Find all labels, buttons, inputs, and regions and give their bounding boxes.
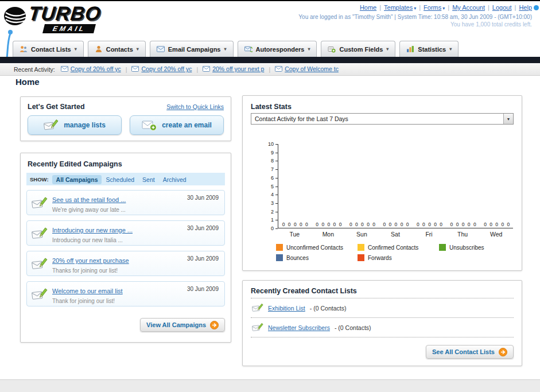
recent-activity-link[interactable]: 20% off your next p — [212, 65, 264, 72]
y-axis-tick-label: 2 — [262, 209, 274, 215]
campaign-texts: See us at the retail food ...We're givin… — [52, 194, 126, 213]
tab-label: Contact Lists — [31, 46, 71, 53]
legend-label: Forwards — [368, 255, 392, 261]
recent-activity-item: Copy of 20% off yc — [61, 65, 121, 72]
y-axis-tick-label: 0 — [262, 226, 274, 231]
envelope-pencil-icon — [44, 119, 59, 131]
stats-period-select[interactable]: Contact Activity for the Last 7 Days ▼ — [251, 113, 514, 125]
top-nav-link-forms[interactable]: Forms — [424, 4, 441, 11]
contact-list-link[interactable]: Newsletter Subscribers — [268, 324, 330, 331]
contacts-icon — [95, 45, 103, 53]
nav-separator: | — [448, 4, 449, 11]
contact-list-link[interactable]: Exhibition List — [268, 305, 305, 312]
campaign-subtitle: Thanks for joining our list! — [52, 267, 129, 274]
create-email-button[interactable]: create an email — [130, 115, 224, 135]
legend-item: Confirmed Contacts — [358, 244, 439, 251]
switch-quick-links-link[interactable]: Switch to Quick Links — [166, 103, 224, 110]
campaign-texts: Introducing our new range ...Introducing… — [52, 224, 133, 243]
value-labels: 0 0 0 0 0 — [312, 222, 346, 227]
tab-label: Custom Fields — [339, 46, 383, 53]
get-started-title: Let's Get Started — [28, 103, 85, 111]
campaign-date: 30 Jun 2009 — [187, 225, 219, 231]
campaign-row: Introducing our new range ...Introducing… — [26, 220, 225, 246]
campaign-date: 30 Jun 2009 — [187, 255, 219, 262]
logo-primary-text: TURBO — [28, 2, 102, 25]
envelope-icon — [131, 66, 139, 72]
top-nav-link-templates[interactable]: Templates — [384, 4, 413, 11]
credits-info: You have 1,000 total credits left. — [450, 21, 532, 28]
legend-swatch — [439, 244, 446, 251]
chart-legend: Unconfirmed ContactsConfirmed ContactsUn… — [276, 244, 523, 265]
activity-separator: | — [196, 66, 198, 73]
envelope-pencil-icon — [252, 303, 263, 313]
x-axis-tick-label: Sat — [379, 231, 413, 238]
campaign-texts: 20% off your next purchaseThanks for joi… — [52, 255, 129, 274]
campaign-title-link[interactable]: See us at the retail food ... — [52, 196, 126, 203]
tab-statistics[interactable]: Statistics▾ — [399, 41, 459, 57]
recent-activity-link[interactable]: Copy of 20% off yc — [141, 65, 192, 72]
x-axis-tick-label: Mon — [312, 231, 345, 238]
top-nav-link-logout[interactable]: Logout — [492, 4, 512, 11]
recent-activity-item: 20% off your next p — [203, 65, 264, 72]
chevron-down-icon: ▾ — [442, 6, 445, 11]
filter-tab-all-campaigns[interactable]: All Campaigns — [52, 175, 102, 184]
create-email-label: create an email — [162, 121, 212, 129]
tab-custom-fields[interactable]: Custom Fields▾ — [321, 41, 395, 57]
y-axis-tick-label: 3 — [262, 200, 274, 206]
campaign-row: See us at the retail food ...We're givin… — [26, 190, 225, 215]
filter-tab-sent[interactable]: Sent — [138, 175, 159, 184]
legend-item: Bounces — [276, 254, 358, 261]
chevron-down-icon: ▾ — [449, 46, 452, 52]
campaign-title-link[interactable]: 20% off your next purchase — [52, 257, 129, 264]
legend-item: Forwards — [358, 254, 439, 261]
contact-list-row: Exhibition List- (0 Contacts) — [251, 298, 514, 318]
login-info: You are logged in as "Timothy Smith" | S… — [298, 14, 532, 20]
top-nav-link-home[interactable]: Home — [360, 4, 376, 11]
envelope-pencil-icon — [32, 196, 48, 210]
top-nav-link-help[interactable]: Help — [519, 4, 532, 11]
logo[interactable]: TURBO EMAIL — [3, 3, 158, 38]
y-axis-tick-label: 8 — [262, 158, 274, 164]
recently-edited-campaigns-panel: Recently Edited Campaigns SHOW: All Camp… — [20, 153, 231, 343]
chevron-down-icon: ▾ — [75, 46, 77, 52]
recent-activity-link[interactable]: Copy of Welcome tc — [285, 65, 339, 72]
view-all-campaigns-button[interactable]: View All Campaigns — [140, 318, 225, 332]
tab-autoresponders[interactable]: Autoresponders▾ — [238, 41, 317, 57]
tab-contacts[interactable]: Contacts▾ — [88, 41, 146, 57]
chevron-down-icon: ▾ — [386, 46, 389, 52]
manage-lists-label: manage lists — [64, 121, 106, 129]
envelope-icon — [61, 66, 68, 72]
tab-label: Email Campaigns — [168, 46, 221, 53]
custom-fields-icon — [328, 45, 336, 53]
contact-activity-chart: 0123456789100 0 0 0 00 0 0 0 00 0 0 0 00… — [262, 144, 517, 242]
legend-label: Unconfirmed Contacts — [286, 244, 343, 251]
chevron-down-icon: ▾ — [414, 6, 416, 11]
envelope-icon — [203, 66, 210, 72]
recent-activity-item: Copy of 20% off yc — [131, 65, 192, 72]
show-label: SHOW: — [30, 176, 49, 183]
tab-contact-lists[interactable]: Contact Lists▾ — [13, 41, 84, 57]
campaign-title-link[interactable]: Introducing our new range ... — [52, 227, 133, 234]
chevron-down-icon: ▼ — [503, 114, 513, 124]
filter-tab-archived[interactable]: Archived — [159, 175, 191, 184]
autoresponders-icon — [244, 45, 252, 53]
campaign-title-link[interactable]: Welcome to our email list — [52, 288, 123, 294]
top-nav: Home|Templates▾|Forms▾|My Account|Logout… — [360, 4, 532, 11]
legend-label: Unsubscribes — [449, 244, 484, 251]
x-axis-tick-label: Sun — [345, 231, 379, 238]
manage-lists-button[interactable]: manage lists — [28, 115, 122, 135]
activity-separator: | — [269, 66, 270, 73]
arrow-circle-icon — [499, 348, 507, 356]
recent-activity-link[interactable]: Copy of 20% off yc — [71, 65, 121, 72]
filter-tab-scheduled[interactable]: Scheduled — [102, 175, 138, 184]
see-all-contact-lists-button[interactable]: See All Contact Lists — [426, 345, 514, 359]
y-axis-tick-label: 7 — [262, 166, 274, 172]
contact-list-count: - (0 Contacts) — [335, 324, 371, 331]
contact-list-row: Newsletter Subscribers- (0 Contacts) — [251, 318, 514, 337]
campaign-texts: Welcome to our email listThank for joini… — [52, 285, 123, 304]
y-axis-tick-label: 4 — [262, 192, 274, 197]
tab-email-campaigns[interactable]: Email Campaigns▾ — [150, 41, 234, 57]
y-axis-tick-label: 5 — [262, 184, 274, 189]
top-nav-link-my-account[interactable]: My Account — [452, 4, 485, 11]
nav-separator: | — [488, 4, 490, 11]
